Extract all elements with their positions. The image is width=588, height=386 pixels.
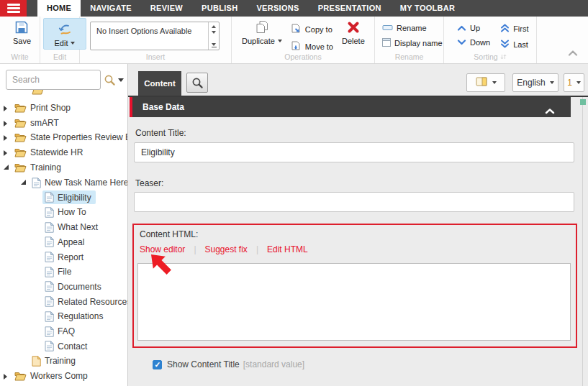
suggest-fix-link[interactable]: Suggest fix (205, 244, 248, 254)
rename-button[interactable]: Rename (382, 24, 443, 32)
tab-home[interactable]: HOME (37, 0, 81, 17)
tree-item-appeal[interactable]: Appeal (0, 235, 127, 249)
language-label: English (517, 78, 545, 88)
version-dropdown-button[interactable]: 1 (564, 73, 584, 92)
tree-item-contact[interactable]: Contact (0, 339, 127, 354)
tree-item-label: Related Resources (58, 297, 127, 307)
tree-item-report[interactable]: Report (0, 250, 127, 265)
collapse-ribbon-button[interactable] (568, 46, 578, 59)
tree-item-label: Contact (58, 341, 87, 351)
expand-arrow-icon[interactable] (4, 150, 7, 156)
save-button[interactable]: Save (9, 17, 35, 47)
tree-item-state-properties-review-board[interactable]: State Properties Review Board (0, 131, 127, 145)
tree-item-regulations[interactable]: Regulations (0, 310, 127, 324)
tree-item-training[interactable]: Training (0, 161, 127, 175)
folder-icon (14, 371, 27, 381)
expand-arrow-icon[interactable] (4, 121, 7, 127)
standard-value-label: [standard value] (243, 359, 304, 369)
tree-item-workers-comp[interactable]: Workers Comp (0, 369, 127, 384)
chevron-down-icon (576, 81, 581, 84)
display-name-label: Display name (394, 39, 443, 47)
content-tree-panel: Print ShopsmARTState Properties Review B… (0, 64, 128, 386)
delete-label: Delete (342, 37, 365, 45)
expand-arrow-icon[interactable] (4, 135, 7, 141)
tree-item-eligibility[interactable]: Eligibility (0, 190, 127, 205)
sort-last-button[interactable]: Last (500, 40, 528, 50)
content-html-links: Show editor|Suggest fix|Edit HTML (140, 244, 308, 254)
tree-item-statewide-hr[interactable]: Statewide HR (0, 146, 127, 160)
content-html-label: Content HTML: (140, 229, 198, 239)
expand-arrow-icon[interactable] (4, 106, 7, 111)
tree-item-label: What Next (58, 222, 98, 232)
show-content-title-checkbox[interactable] (153, 360, 162, 369)
tree-item-documents[interactable]: Documents (0, 280, 127, 294)
collapse-arrow-icon[interactable] (21, 180, 26, 185)
profile-dropdown-button[interactable] (466, 73, 505, 92)
insert-group-label: Insert (80, 52, 231, 61)
tree-item-label: Training (45, 356, 76, 366)
expand-arrow-icon[interactable] (4, 374, 7, 380)
application-window: HOMENAVIGATEREVIEWPUBLISHVERSIONSPRESENT… (0, 0, 588, 386)
tab-publish[interactable]: PUBLISH (192, 0, 247, 17)
document-icon (45, 192, 54, 203)
content-tree: Print ShopsmARTState Properties Review B… (0, 64, 127, 386)
document-icon (45, 252, 54, 262)
tab-presentation[interactable]: PRESENTATION (309, 0, 391, 17)
folder-icon (14, 162, 27, 173)
tree-item-file[interactable]: File (0, 265, 127, 280)
scroll-up-icon[interactable] (212, 25, 216, 28)
tree-item-smart[interactable]: smART (0, 116, 127, 131)
tab-content[interactable]: Content (138, 71, 181, 96)
sort-down-button[interactable]: Down (457, 38, 490, 47)
base-data-section-header[interactable]: Base Data (130, 97, 571, 117)
tab-review[interactable]: REVIEW (141, 0, 192, 17)
copy-to-label: Copy to (305, 25, 333, 34)
menu-button[interactable] (0, 0, 27, 17)
tree-item-training[interactable]: Training (0, 354, 127, 369)
insert-options-text: No Insert Options Available (91, 22, 208, 50)
duplicate-button[interactable]: Duplicate (238, 17, 286, 47)
tree-item-how-to[interactable]: How To (0, 206, 127, 220)
document-icon (45, 326, 54, 337)
tree-item-label: Regulations (58, 311, 103, 321)
display-name-button[interactable]: Display name (382, 38, 443, 48)
folder-icon (14, 132, 27, 142)
tab-versions[interactable]: VERSIONS (247, 0, 308, 17)
delete-button[interactable]: Delete (338, 17, 369, 47)
document-icon (45, 207, 54, 218)
teaser-input[interactable] (134, 192, 574, 212)
validation-status-square (580, 99, 586, 105)
tree-item-what-next[interactable]: What Next (0, 221, 127, 235)
scroll-to-end-icon[interactable] (212, 43, 217, 48)
content-html-textarea[interactable] (137, 263, 571, 341)
chevron-down-icon (278, 40, 282, 42)
tree-item-label: Documents (58, 282, 101, 292)
scroll-down-icon[interactable] (212, 31, 216, 34)
content-editor-pane: Content English 1 Base Data (128, 64, 588, 386)
copy-to-button[interactable]: Copy to (291, 24, 333, 35)
tree-item-label: Training (30, 162, 61, 173)
collapse-section-icon[interactable] (545, 104, 555, 117)
tree-item-new-task-name-here[interactable]: New Task Name Here (0, 176, 127, 190)
notepad-icon (32, 356, 41, 367)
listbox-scroll-column (208, 22, 219, 50)
rename-icon (382, 24, 393, 32)
tree-item-faq[interactable]: FAQ (0, 325, 127, 339)
tab-my-toolbar[interactable]: MY TOOLBAR (391, 0, 465, 17)
sort-first-button[interactable]: First (500, 24, 528, 34)
collapse-arrow-icon[interactable] (4, 165, 9, 170)
tab-navigate[interactable]: NAVIGATE (81, 0, 141, 17)
hamburger-icon (7, 4, 20, 6)
tree-item-related-resources[interactable]: Related Resources (0, 295, 127, 309)
sort-up-button[interactable]: Up (457, 24, 490, 32)
edit-html-link[interactable]: Edit HTML (267, 244, 308, 254)
move-to-button[interactable]: Move to (291, 41, 333, 52)
tree-item-print-shop[interactable]: Print Shop (0, 101, 127, 116)
content-title-input[interactable] (134, 142, 574, 162)
link-separator: | (256, 244, 258, 254)
language-dropdown-button[interactable]: English (512, 73, 558, 92)
show-editor-link[interactable]: Show editor (140, 244, 185, 254)
insert-options-listbox[interactable]: No Insert Options Available (90, 22, 220, 50)
editor-search-button[interactable] (186, 73, 208, 93)
tree-item-label: Appeal (58, 237, 84, 247)
